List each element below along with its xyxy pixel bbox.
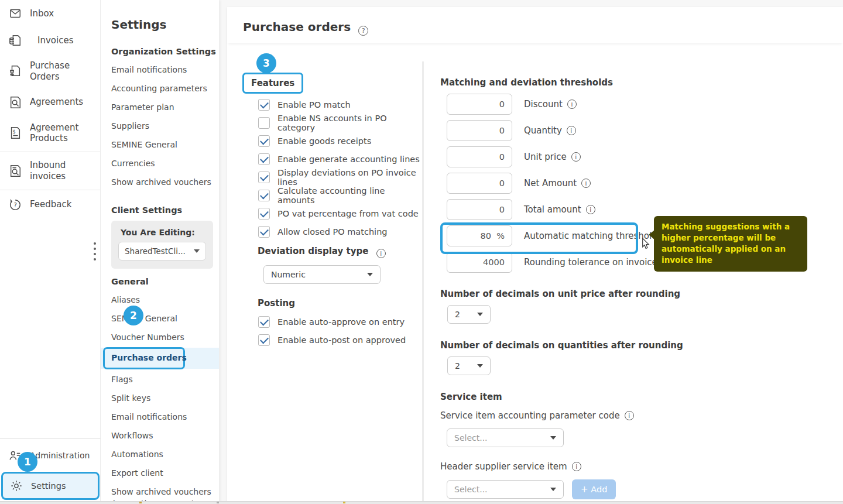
help-icon[interactable]	[358, 26, 368, 36]
threshold-label-text: Unit price	[524, 152, 567, 162]
checkbox-enable-auto-approve[interactable]	[258, 316, 270, 328]
sidebar-item-purchase-orders[interactable]: Purchase Orders	[0, 54, 100, 89]
features-section: Features Enable PO match Enable NS accou…	[242, 73, 421, 352]
info-icon[interactable]	[572, 462, 581, 471]
settings-highlight-box: Settings	[1, 472, 100, 500]
checkbox-label: Display deviations on PO invoice lines	[277, 168, 421, 187]
deviation-display-type-text: Deviation display type	[258, 246, 368, 256]
nav-item-email-notifications-client[interactable]: Email notifications	[111, 407, 219, 426]
checkbox-enable-auto-post[interactable]	[258, 334, 270, 346]
decimals-quantities-label: Number of decimals on quantities after r…	[440, 340, 838, 351]
checkbox-label: Enable goods receipts	[277, 136, 371, 146]
add-button[interactable]: Add	[572, 479, 616, 499]
checkbox-row: PO vat percentage from vat code	[258, 207, 421, 220]
service-item-param-code-dropdown[interactable]: Select...	[447, 428, 564, 447]
sidebar-item-label: Purchase Orders	[30, 60, 94, 83]
decimals-unit-price-dropdown[interactable]: 2	[447, 305, 491, 324]
threshold-label-text: Automatic matching threshold	[524, 231, 657, 241]
checkbox-calculate-accounting-line-amounts[interactable]	[258, 190, 270, 201]
sidebar-item-agreements[interactable]: Agreements	[0, 89, 100, 116]
nav-item-split-keys[interactable]: Split keys	[111, 389, 219, 407]
thresholds-section: Matching and deviation thresholds Discou…	[440, 77, 838, 499]
step-badge-2: 2	[124, 306, 143, 325]
sidebar-item-invoices[interactable]: Invoices	[0, 27, 100, 54]
dropdown-value: 2	[455, 310, 460, 319]
deviation-display-type-label: Deviation display type	[258, 246, 421, 258]
threshold-row-net-amount: Net Amount	[447, 173, 838, 194]
info-icon[interactable]	[586, 205, 595, 214]
checkbox-enable-po-match[interactable]	[258, 99, 270, 111]
info-icon[interactable]	[567, 100, 577, 109]
nav-item-accounting-parameters-org[interactable]: Accounting parameters	[111, 79, 219, 98]
sidebar-item-agreement-products[interactable]: $ Agreement Products	[0, 116, 100, 151]
checkbox-label: Allow closed PO matching	[277, 227, 388, 236]
label-text: Header supplier service item	[440, 461, 567, 472]
step-badge-1: 1	[18, 452, 37, 472]
purchase-orders-icon	[8, 64, 22, 78]
info-icon[interactable]	[625, 411, 634, 420]
checkbox-allow-closed-po-matching[interactable]	[258, 226, 270, 238]
checkbox-row: Allow closed PO matching	[258, 225, 421, 238]
checkbox-enable-generate-accounting-lines[interactable]	[258, 153, 270, 165]
threshold-label: Quantity	[524, 125, 576, 136]
chevron-down-icon	[194, 249, 200, 253]
net-amount-input[interactable]	[447, 173, 512, 194]
info-icon[interactable]	[567, 126, 576, 135]
sidebar-item-settings[interactable]: Settings	[3, 474, 98, 498]
nav-item-workflows[interactable]: Workflows	[111, 426, 219, 445]
sidebar-item-feedback[interactable]: ? Feedback	[0, 191, 100, 218]
nav-item-semine-general-org[interactable]: SEMINE General	[111, 135, 219, 154]
checkbox-enable-goods-receipts[interactable]	[258, 135, 270, 147]
checkbox-label: PO vat percentage from vat code	[277, 209, 419, 218]
inbox-icon	[8, 6, 22, 20]
dropdown-placeholder: Select...	[454, 485, 488, 494]
threshold-label: Discount	[524, 99, 577, 109]
info-icon[interactable]	[376, 249, 386, 258]
discount-input[interactable]	[447, 94, 512, 115]
client-select-value: SharedTestCli...	[125, 246, 186, 256]
org-settings-heading: Organization Settings	[111, 47, 219, 56]
total-amount-input[interactable]	[447, 199, 512, 220]
header-supplier-dropdown[interactable]: Select...	[447, 480, 564, 499]
checkbox-po-vat-percentage[interactable]	[258, 208, 270, 220]
label-text: Service item accounting parameter code	[440, 410, 620, 421]
nav-item-parameter-plan[interactable]: Parameter plan	[111, 98, 219, 116]
sidebar-item-label: Administration	[30, 451, 90, 461]
checkbox-enable-ns-accounts[interactable]	[258, 117, 270, 129]
dropdown-value: Numeric	[271, 270, 306, 279]
nav-item-email-notifications-org[interactable]: Email notifications	[111, 60, 219, 79]
client-select-dropdown[interactable]: SharedTestCli...	[118, 242, 206, 260]
nav-item-aliases[interactable]: Aliases	[111, 290, 219, 309]
deviation-display-type-dropdown[interactable]: Numeric	[263, 265, 381, 284]
nav-item-export-client[interactable]: Export client	[111, 464, 219, 482]
info-icon[interactable]	[581, 179, 591, 188]
nav-item-voucher-numbers[interactable]: Voucher Numbers	[111, 328, 219, 347]
automatic-matching-threshold-input[interactable]	[447, 225, 512, 246]
content-divider	[422, 61, 424, 504]
nav-item-automations[interactable]: Automations	[111, 445, 219, 464]
threshold-label: Net Amount	[524, 178, 591, 188]
sidebar-item-administration[interactable]: Administration	[0, 443, 101, 469]
features-highlight-box: Features	[242, 73, 303, 94]
nav-item-currencies[interactable]: Currencies	[111, 154, 219, 173]
checkbox-display-deviations[interactable]	[258, 172, 270, 183]
nav-item-suppliers[interactable]: Suppliers	[111, 116, 219, 135]
quantity-input[interactable]	[447, 120, 512, 141]
rounding-tolerance-input[interactable]	[447, 252, 512, 273]
thresholds-heading: Matching and deviation thresholds	[440, 77, 838, 88]
unit-price-input[interactable]	[447, 146, 512, 167]
sidebar-item-inbound-invoices[interactable]: Inbound invoices	[0, 153, 100, 188]
checkbox-label: Calculate accounting line amounts	[277, 186, 421, 205]
sidebar-item-inbox[interactable]: Inbox	[0, 0, 100, 27]
nav-item-show-archived-vouchers-org[interactable]: Show archived vouchers	[111, 173, 219, 191]
app-sidebar: Inbox Invoices Purchase Orders Agreement…	[0, 0, 101, 504]
info-icon[interactable]	[571, 152, 581, 162]
client-settings-heading: Client Settings	[111, 205, 219, 215]
nav-item-purchase-orders-selected[interactable]: Purchase orders	[111, 348, 219, 369]
screen-edge-strip	[0, 501, 843, 504]
threshold-label-text: Total amount	[524, 204, 581, 215]
posting-heading: Posting	[258, 298, 421, 308]
nav-item-flags[interactable]: Flags	[111, 370, 219, 389]
decimals-quantities-dropdown[interactable]: 2	[447, 356, 491, 375]
panel-drag-handle-icon[interactable]	[94, 242, 96, 260]
